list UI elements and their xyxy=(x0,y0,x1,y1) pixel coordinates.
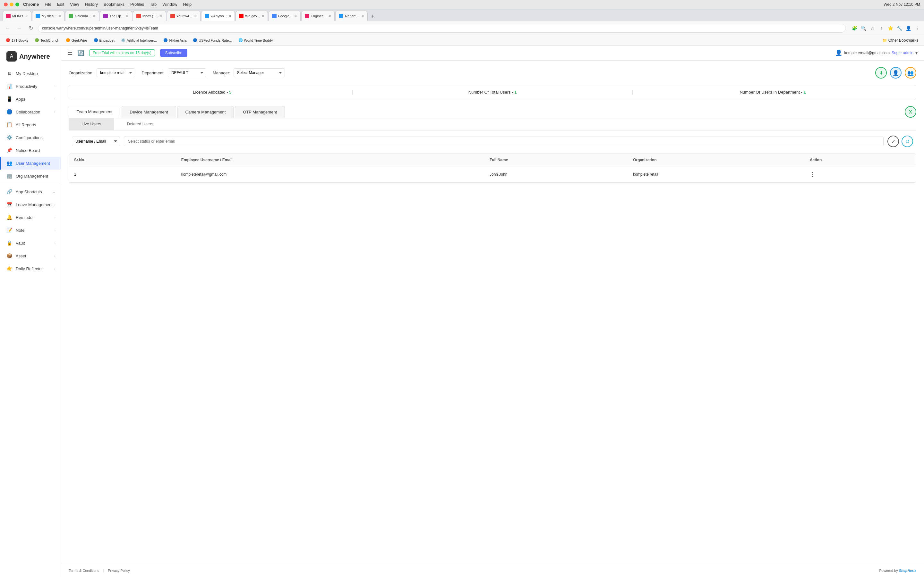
sidebar-item-configurations[interactable]: ⚙️ Configurations xyxy=(0,131,61,144)
tab-close-theop[interactable]: × xyxy=(124,13,129,19)
sidebar-item-asset[interactable]: 📦 Asset › xyxy=(0,250,61,262)
tab-team-management[interactable]: Team Management xyxy=(69,106,120,118)
tab-close-moms[interactable]: × xyxy=(23,13,27,19)
tab-device-management[interactable]: Device Management xyxy=(121,106,176,118)
tab-wegav[interactable]: We gav... × xyxy=(236,11,268,21)
tab-close-myfiles[interactable]: × xyxy=(57,13,61,19)
mac-menu-file[interactable]: File xyxy=(45,2,51,7)
sidebar-item-reminder[interactable]: 🔔 Reminder › xyxy=(0,211,61,224)
sidebar-item-dailyreflector[interactable]: ☀️ Daily Reflector › xyxy=(0,262,61,275)
tab-close-inbox[interactable]: × xyxy=(158,13,163,19)
tab-close-calendar[interactable]: × xyxy=(91,13,95,19)
maximize-button[interactable] xyxy=(15,3,19,6)
mac-menu-bookmarks[interactable]: Bookmarks xyxy=(103,2,124,7)
tab-close-report[interactable]: × xyxy=(360,13,364,19)
tab-close-wanywhere[interactable]: × xyxy=(227,13,231,19)
back-button[interactable]: ← xyxy=(3,24,12,33)
tab-inbox[interactable]: Inbox (1... × xyxy=(133,11,166,21)
share-icon[interactable]: ↑ xyxy=(878,25,885,32)
bookmark-171books[interactable]: 🔴 171 Books xyxy=(3,37,31,44)
mac-menu-view[interactable]: View xyxy=(70,2,79,7)
add-user-action-button[interactable]: 👤 xyxy=(890,67,901,79)
forward-button[interactable]: → xyxy=(15,24,24,33)
sidebar-label-productivity: Productivity xyxy=(16,84,37,89)
tab-engineer[interactable]: Enginee... × xyxy=(301,11,335,21)
reload-button[interactable]: ↻ xyxy=(26,24,35,33)
search-icon[interactable]: 🔍 xyxy=(860,25,867,32)
bookmark-icon-nikkei: 🔵 xyxy=(163,38,168,43)
profile-icon[interactable]: 👤 xyxy=(905,25,912,32)
tab-close-wegav[interactable]: × xyxy=(260,13,264,19)
tab-camera-management[interactable]: Camera Management xyxy=(178,106,234,118)
sidebar-item-orgmanagement[interactable]: 🏢 Org Management xyxy=(0,169,61,182)
user-dropdown-arrow[interactable]: ▾ xyxy=(915,50,918,55)
apply-filter-button[interactable]: ✓ xyxy=(887,135,899,147)
mac-menu-edit[interactable]: Edit xyxy=(57,2,64,7)
tab-google[interactable]: Google... × xyxy=(268,11,300,21)
extensions2-icon[interactable]: 🔧 xyxy=(896,25,903,32)
sidebar-item-leavemanagement[interactable]: 📅 Leave Management › xyxy=(0,198,61,211)
sidebar-item-vault[interactable]: 🔒 Vault › xyxy=(0,237,61,250)
mac-window-controls[interactable] xyxy=(4,3,19,6)
privacy-link[interactable]: Privacy Policy xyxy=(108,569,129,572)
hamburger-menu[interactable]: ☰ xyxy=(67,49,73,56)
address-input[interactable] xyxy=(38,24,846,33)
minimize-button[interactable] xyxy=(10,3,13,6)
download-action-button[interactable]: ⬇ xyxy=(875,67,887,79)
bookmark-other-folders[interactable]: 📁 Other Bookmarks xyxy=(880,37,921,44)
star-icon[interactable]: ⭐ xyxy=(887,25,894,32)
dept-filter-select[interactable]: DEFAULT xyxy=(168,68,206,77)
tab-yourwa[interactable]: Your wA... × xyxy=(167,11,200,21)
tab-deleted-users[interactable]: Deleted Users xyxy=(114,118,166,130)
close-button[interactable] xyxy=(4,3,8,6)
tab-myfiles[interactable]: My files... × xyxy=(32,11,65,21)
subscribe-button[interactable]: Subscribe xyxy=(160,49,187,57)
bookmark-usfed[interactable]: 🔵 USFed Funds Rate... xyxy=(190,37,234,44)
refresh-icon[interactable]: 🔄 xyxy=(78,50,84,56)
mac-menu-tab[interactable]: Tab xyxy=(150,2,157,7)
tab-live-users[interactable]: Live Users xyxy=(69,118,114,130)
bookmark-ai[interactable]: ⚙️ Artificial Intelligen... xyxy=(118,37,160,44)
bookmark-icon[interactable]: ☆ xyxy=(869,25,876,32)
new-tab-button[interactable]: + xyxy=(368,12,377,21)
tab-otp-management[interactable]: OTP Management xyxy=(235,106,285,118)
bookmark-geekwire[interactable]: 🟠 GeekWire xyxy=(63,37,90,44)
sidebar-item-allreports[interactable]: 📋 All Reports xyxy=(0,118,61,131)
excel-export-button[interactable]: X xyxy=(905,106,916,118)
sidebar-item-note[interactable]: 📝 Note › xyxy=(0,224,61,237)
terms-link[interactable]: Terms & Conditions xyxy=(69,569,99,572)
tab-theop[interactable]: The Op... × xyxy=(100,11,132,21)
extensions-icon[interactable]: 🧩 xyxy=(851,25,858,32)
tab-wanywhere[interactable]: wAnywh... × xyxy=(201,11,235,21)
sidebar-item-noticeboard[interactable]: 📌 Notice Board xyxy=(0,144,61,157)
tab-moms[interactable]: MOM's × xyxy=(3,11,31,21)
manager-filter-select[interactable]: Select Manager xyxy=(234,68,285,77)
mac-menu-profiles[interactable]: Profiles xyxy=(130,2,144,7)
mac-menu-history[interactable]: History xyxy=(85,2,97,7)
mac-menu-help[interactable]: Help xyxy=(183,2,192,7)
tab-calendar[interactable]: Calenda... × xyxy=(65,11,99,21)
search-input[interactable] xyxy=(124,137,884,146)
search-type-select[interactable]: Username / Email Full Name Phone xyxy=(72,137,120,146)
sidebar-item-appshortcuts[interactable]: 🔗 App Shortcuts ⌄ xyxy=(0,185,61,198)
org-filter-select[interactable]: komplete retai xyxy=(97,68,135,77)
tab-report[interactable]: Report ... × xyxy=(335,11,367,21)
refresh-filter-button[interactable]: ↺ xyxy=(901,135,913,147)
bookmark-engadget[interactable]: 🔵 Engadget xyxy=(91,37,117,44)
sidebar-item-collaboration[interactable]: 🔵 Collaboration › xyxy=(0,105,61,118)
bookmark-nikkei[interactable]: 🔵 Nikkei Asia xyxy=(161,37,189,44)
sidebar-item-usermanagement[interactable]: 👥 User Management xyxy=(0,157,61,169)
tab-close-yourwa[interactable]: × xyxy=(192,13,197,19)
bookmark-worldtime[interactable]: 🌐 World Time Buddy xyxy=(236,37,276,44)
mac-menu-chrome[interactable]: Chrome xyxy=(23,2,39,7)
tab-close-google[interactable]: × xyxy=(292,13,297,19)
sidebar-item-apps[interactable]: 📱 Apps › xyxy=(0,93,61,105)
bookmark-techcrunch[interactable]: 🟢 TechCrunch xyxy=(32,37,62,44)
row-more-button[interactable]: ⋮ xyxy=(810,171,816,177)
sidebar-item-productivity[interactable]: 📊 Productivity › xyxy=(0,80,61,93)
tab-close-engineer[interactable]: × xyxy=(326,13,331,19)
more-icon[interactable]: ⋮ xyxy=(914,25,921,32)
user-group-action-button[interactable]: 👥 xyxy=(905,67,916,79)
sidebar-item-mydesktop[interactable]: 🖥 My Desktop xyxy=(0,67,61,80)
mac-menu-window[interactable]: Window xyxy=(162,2,177,7)
